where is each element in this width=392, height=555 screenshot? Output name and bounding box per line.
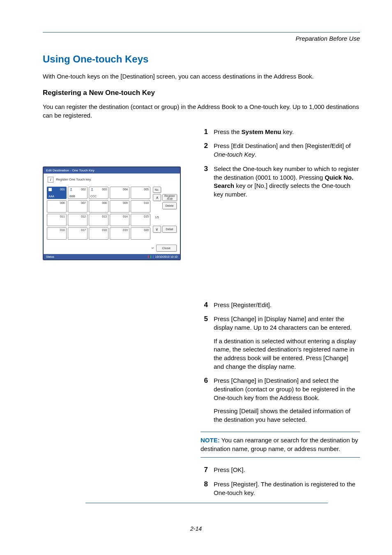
step-5: 5 Press [Change] in [Display Name] and e… [201,315,360,371]
page: Preparation Before Use Using One-touch K… [0,0,392,555]
step-number: 2 [201,142,214,159]
onetouch-key-016[interactable]: 016 [47,227,67,240]
svg-point-2 [70,188,71,190]
status-indicator-icon [148,255,149,258]
key-number: 020 [144,229,149,231]
footer-rule [85,503,328,503]
status-indicator-icon [153,255,154,258]
note-label: NOTE: [201,437,220,444]
step-3: 3 Select the One-touch key number to whi… [201,165,360,199]
section-intro: You can register the destination (contac… [43,103,360,120]
info-icon: i [48,177,53,183]
panel-footer: ↵ Close [44,242,180,254]
key-number: 006 [60,201,65,204]
key-number: 007 [81,201,86,204]
svg-point-1 [49,188,51,190]
contact-icon [90,188,94,191]
page-number: 2-14 [0,525,392,532]
onetouch-key-007[interactable]: 007 [68,200,88,213]
contact-icon [48,188,52,191]
onetouch-key-019[interactable]: 019 [110,227,129,240]
key-number: 010 [144,201,149,204]
step-7: 7 Press [OK]. [201,466,360,474]
step-list-cont2: 7 Press [OK]. 8 Press [Register]. The de… [201,466,360,497]
intro-text: With One-touch keys on the [Destination]… [43,72,360,81]
onetouch-key-008[interactable]: 008 [89,200,108,213]
right-column: 1 Press the System Menu key. 2 Press [Ed… [201,128,360,503]
header-rule [43,32,360,32]
note-text: You can rearrange or search for the dest… [201,437,358,452]
close-button[interactable]: Close [156,245,177,252]
panel-titlebar: Edit Destination - One Touch Key [44,167,180,173]
step-text: Select the One-touch key number to which… [214,165,360,199]
detail-button[interactable]: Detail [162,226,177,233]
key-number: 018 [102,229,107,231]
page-indicator: 1/5 [153,210,161,224]
step-list: 1 Press the System Menu key. 2 Press [Ed… [201,128,360,199]
key-number: 011 [60,215,65,218]
key-number: 016 [60,229,65,231]
key-number: 003 [102,188,107,191]
key-number: 009 [123,201,128,204]
key-number: 005 [144,188,149,191]
running-header: Preparation Before Use [43,35,360,42]
key-number: 004 [123,188,128,191]
key-label: AAA [48,195,54,198]
edit-destination-panel: Edit Destination - One Touch Key i Regis… [43,166,181,260]
step-number: 5 [201,315,214,371]
onetouch-key-013[interactable]: 013 [89,214,108,226]
onetouch-key-004[interactable]: 004 [110,187,129,199]
svg-point-3 [91,188,92,190]
onetouch-key-011[interactable]: 011 [47,214,67,226]
step-number: 3 [201,165,214,199]
scroll-up-button[interactable]: ∧ [153,194,161,201]
step-number: 8 [201,480,214,497]
status-right: 10/10/2010 10:10 [148,255,178,258]
register-edit-button[interactable]: Register /Edit [162,194,177,201]
delete-button[interactable]: Delete [162,202,177,209]
key-number: 012 [81,215,86,218]
onetouch-key-010[interactable]: 010 [131,200,150,213]
step-number: 4 [201,301,214,310]
onetouch-key-012[interactable]: 012 [68,214,88,226]
onetouch-key-009[interactable]: 009 [110,200,129,213]
onetouch-key-018[interactable]: 018 [89,227,108,240]
step-6: 6 Press [Change] in [Destination] and se… [201,377,360,424]
key-number: 019 [123,229,128,231]
two-column-layout: Edit Destination - One Touch Key i Regis… [43,128,360,503]
step-text: Press [Edit Destination] and then [Regis… [214,142,360,159]
step-text: Press [OK]. [214,466,360,474]
onetouch-key-017[interactable]: 017 [68,227,88,240]
step-2: 2 Press [Edit Destination] and then [Reg… [201,142,360,159]
scroll-down-button[interactable]: ∨ [153,226,161,233]
step-text: Press the System Menu key. [214,128,360,136]
contact-icon [69,188,73,191]
key-number: 013 [102,215,107,218]
onetouch-key-001[interactable]: 001 AAA [47,187,67,199]
step-4: 4 Press [Register/Edit]. [201,301,360,310]
onetouch-key-grid: 001 AAA 002 BBB 003 CCC [47,187,150,240]
key-label: CCC [90,195,97,198]
no-button[interactable]: No. [153,187,161,193]
onetouch-key-006[interactable]: 006 [47,200,67,213]
key-number: 014 [123,215,128,218]
spacer [201,205,360,301]
onetouch-key-003[interactable]: 003 CCC [89,187,108,199]
step-text: Press [Register/Edit]. [214,301,360,310]
step-number: 6 [201,377,214,424]
onetouch-key-002[interactable]: 002 BBB [68,187,88,199]
panel-side-controls: No. ∧ Register /Edit Delete [153,187,177,240]
onetouch-key-015[interactable]: 015 [131,214,150,226]
step-text: Press [Register]. The destination is reg… [214,480,360,497]
key-label: BBB [69,195,75,198]
key-number: 002 [81,188,86,191]
step-list-cont: 4 Press [Register/Edit]. 5 Press [Change… [201,301,360,424]
onetouch-key-005[interactable]: 005 [131,187,150,199]
onetouch-key-020[interactable]: 020 [131,227,150,240]
step-number: 1 [201,128,214,136]
key-number: 015 [144,215,149,218]
panel-header-text: Register One Touch key. [56,178,92,181]
onetouch-key-014[interactable]: 014 [110,214,129,226]
key-number: 001 [60,188,65,191]
note-block: NOTE: You can rearrange or search for th… [201,432,360,458]
